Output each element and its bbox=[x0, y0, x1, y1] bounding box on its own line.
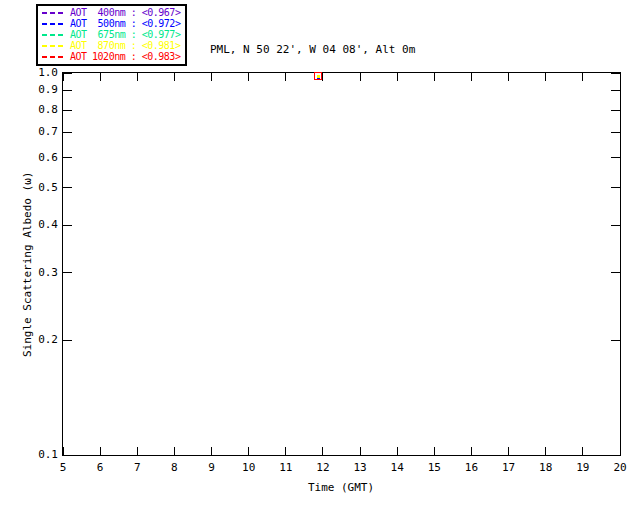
x-tick-major-top bbox=[434, 73, 435, 81]
x-tick-major-top bbox=[545, 73, 546, 81]
x-tick-label: 15 bbox=[428, 461, 441, 474]
x-tick-major bbox=[285, 447, 286, 455]
legend-line-sample bbox=[42, 56, 66, 58]
x-tick-label: 5 bbox=[60, 461, 67, 474]
x-tick-major bbox=[471, 447, 472, 455]
x-tick-major bbox=[397, 447, 398, 455]
legend-entry-label: AOT 400nm : <0.967> bbox=[70, 7, 180, 18]
y-tick-major-right bbox=[611, 272, 620, 273]
x-tick-major bbox=[174, 447, 175, 455]
legend-row: AOT 400nm : <0.967> bbox=[42, 7, 180, 18]
legend-entry-label: AOT 870nm : <0.981> bbox=[70, 40, 180, 51]
x-tick-label: 17 bbox=[502, 461, 515, 474]
legend-row: AOT 1020nm : <0.983> bbox=[42, 51, 180, 62]
x-tick-major-top bbox=[360, 73, 361, 81]
y-tick-major-right bbox=[611, 225, 620, 226]
x-tick-major-top bbox=[620, 73, 621, 81]
x-tick-major-top bbox=[248, 73, 249, 81]
plot-area bbox=[62, 72, 621, 456]
y-tick-label: 1.0 bbox=[32, 66, 58, 79]
y-tick-major bbox=[63, 132, 72, 133]
x-tick-label: 10 bbox=[242, 461, 255, 474]
y-tick-label: 0.4 bbox=[32, 218, 58, 231]
y-tick-major bbox=[63, 225, 72, 226]
y-tick-label: 0.8 bbox=[32, 103, 58, 116]
x-tick-major bbox=[545, 447, 546, 455]
x-tick-major bbox=[137, 447, 138, 455]
x-tick-major bbox=[360, 447, 361, 455]
legend-box: AOT 400nm : <0.967>AOT 500nm : <0.972>AO… bbox=[36, 4, 187, 66]
x-tick-major-top bbox=[397, 73, 398, 81]
legend-entry-label: AOT 675nm : <0.977> bbox=[70, 29, 180, 40]
x-tick-major-top bbox=[211, 73, 212, 81]
y-tick-major bbox=[63, 455, 72, 456]
x-tick-label: 16 bbox=[465, 461, 478, 474]
y-tick-major-right bbox=[611, 187, 620, 188]
y-tick-label: 0.2 bbox=[32, 333, 58, 346]
y-tick-label: 0.1 bbox=[32, 448, 58, 461]
y-tick-major bbox=[63, 110, 72, 111]
site-location-text: PML, N 50 22', W 04 08', Alt 0m bbox=[210, 41, 415, 59]
x-tick-label: 19 bbox=[576, 461, 589, 474]
legend-line-sample bbox=[42, 34, 66, 36]
legend-entry-label: AOT 500nm : <0.972> bbox=[70, 18, 180, 29]
y-tick-label: 0.7 bbox=[32, 125, 58, 138]
x-tick-major bbox=[322, 447, 323, 455]
x-tick-major bbox=[582, 447, 583, 455]
legend-line-sample bbox=[42, 23, 66, 25]
x-tick-major-top bbox=[322, 73, 323, 81]
y-tick-major bbox=[63, 73, 72, 74]
aeronet-ssa-plot: AOT 400nm : <0.967>AOT 500nm : <0.972>AO… bbox=[0, 0, 640, 512]
x-axis-title: Time (GMT) bbox=[308, 481, 374, 494]
y-tick-major-right bbox=[611, 132, 620, 133]
y-tick-major-right bbox=[611, 455, 620, 456]
y-tick-major bbox=[63, 90, 72, 91]
x-tick-major-top bbox=[137, 73, 138, 81]
x-tick-label: 12 bbox=[316, 461, 329, 474]
y-tick-major bbox=[63, 157, 72, 158]
x-tick-major bbox=[508, 447, 509, 455]
x-tick-major-top bbox=[285, 73, 286, 81]
y-tick-label: 0.9 bbox=[32, 83, 58, 96]
legend-line-sample bbox=[42, 12, 66, 14]
y-tick-major bbox=[63, 272, 72, 273]
x-tick-major-top bbox=[508, 73, 509, 81]
y-tick-major-right bbox=[611, 157, 620, 158]
x-tick-label: 11 bbox=[279, 461, 292, 474]
y-tick-major-right bbox=[611, 73, 620, 74]
y-tick-major-right bbox=[611, 110, 620, 111]
legend-row: AOT 870nm : <0.981> bbox=[42, 40, 180, 51]
x-tick-label: 8 bbox=[171, 461, 178, 474]
x-tick-major bbox=[211, 447, 212, 455]
y-tick-label: 0.5 bbox=[32, 181, 58, 194]
y-tick-major bbox=[63, 187, 72, 188]
y-tick-major bbox=[63, 340, 72, 341]
x-tick-major-top bbox=[174, 73, 175, 81]
data-point-open-square bbox=[314, 72, 322, 80]
x-tick-major-top bbox=[471, 73, 472, 81]
y-tick-major-right bbox=[611, 340, 620, 341]
x-tick-major bbox=[248, 447, 249, 455]
x-tick-major bbox=[100, 447, 101, 455]
x-tick-major bbox=[434, 447, 435, 455]
x-tick-label: 14 bbox=[391, 461, 404, 474]
legend-line-sample bbox=[42, 45, 66, 47]
x-tick-major-top bbox=[100, 73, 101, 81]
x-tick-label: 7 bbox=[134, 461, 141, 474]
legend-row: AOT 675nm : <0.977> bbox=[42, 29, 180, 40]
x-tick-major-top bbox=[582, 73, 583, 81]
y-tick-label: 0.3 bbox=[32, 266, 58, 279]
x-tick-label: 13 bbox=[353, 461, 366, 474]
y-tick-label: 0.6 bbox=[32, 151, 58, 164]
y-tick-major-right bbox=[611, 90, 620, 91]
legend-row: AOT 500nm : <0.972> bbox=[42, 18, 180, 29]
x-tick-label: 6 bbox=[97, 461, 104, 474]
x-tick-label: 20 bbox=[613, 461, 626, 474]
x-tick-label: 18 bbox=[539, 461, 552, 474]
legend-entry-label: AOT 1020nm : <0.983> bbox=[70, 51, 180, 62]
x-tick-major-top bbox=[63, 73, 64, 81]
x-tick-label: 9 bbox=[208, 461, 215, 474]
